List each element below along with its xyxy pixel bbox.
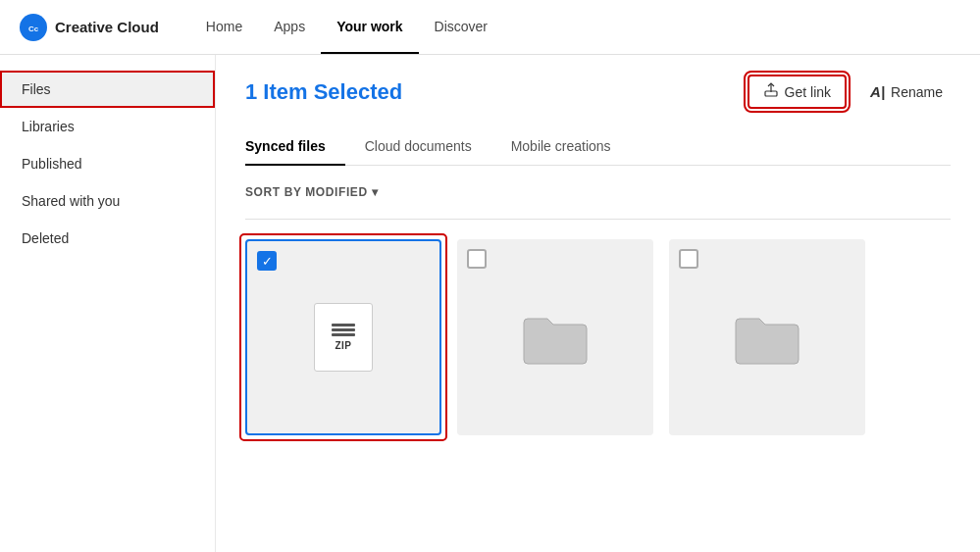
file-card-wrapper-3 xyxy=(669,239,865,435)
file-checkbox-1[interactable]: ✓ xyxy=(257,251,277,271)
rename-label: Rename xyxy=(891,84,943,100)
zip-line-1 xyxy=(332,324,355,326)
brand: Cc Creative Cloud xyxy=(20,14,159,41)
file-checkbox-2[interactable] xyxy=(467,249,487,269)
sidebar: Files Libraries Published Shared with yo… xyxy=(0,55,216,552)
top-nav: Cc Creative Cloud Home Apps Your work Di… xyxy=(0,0,980,55)
file-checkbox-3[interactable] xyxy=(679,249,698,269)
zip-box: ZIP xyxy=(314,303,373,372)
selection-title: 1 Item Selected xyxy=(245,79,402,105)
sidebar-item-files[interactable]: Files xyxy=(0,71,215,108)
layout: Files Libraries Published Shared with yo… xyxy=(0,55,980,552)
tab-synced-files[interactable]: Synced files xyxy=(245,128,345,166)
sidebar-item-shared[interactable]: Shared with you xyxy=(0,182,215,220)
main-header: 1 Item Selected Get link A| Rename xyxy=(245,75,951,109)
header-actions: Get link A| Rename xyxy=(748,75,951,109)
zip-line-2 xyxy=(332,328,355,331)
sort-label-text: SORT BY MODIFIED xyxy=(245,185,368,199)
nav-item-your-work[interactable]: Your work xyxy=(321,0,418,54)
nav-item-home[interactable]: Home xyxy=(190,0,258,54)
brand-name: Creative Cloud xyxy=(55,19,159,35)
sidebar-item-deleted[interactable]: Deleted xyxy=(0,220,215,257)
zip-label: ZIP xyxy=(335,340,351,351)
zip-file-icon: ZIP xyxy=(314,303,373,372)
folder-icon-2 xyxy=(728,303,806,372)
tab-cloud-documents[interactable]: Cloud documents xyxy=(365,128,491,166)
files-grid: ✓ ZIP xyxy=(245,239,951,435)
nav-items: Home Apps Your work Discover xyxy=(190,0,503,54)
folder-icon-1 xyxy=(516,303,594,372)
get-link-label: Get link xyxy=(785,84,831,100)
rename-icon: A| xyxy=(870,83,885,100)
sort-row: SORT BY MODIFIED ▾ xyxy=(245,185,951,199)
creative-cloud-logo: Cc xyxy=(20,14,47,41)
sidebar-item-published[interactable]: Published xyxy=(0,145,215,182)
get-link-button[interactable]: Get link xyxy=(748,75,847,109)
zip-line-3 xyxy=(332,333,355,336)
zip-lines xyxy=(332,324,355,336)
tabs: Synced files Cloud documents Mobile crea… xyxy=(245,128,951,166)
svg-text:Cc: Cc xyxy=(28,25,39,33)
file-card-zip[interactable]: ✓ ZIP xyxy=(245,239,441,435)
sort-button[interactable]: SORT BY MODIFIED ▾ xyxy=(245,185,378,199)
rename-button[interactable]: A| Rename xyxy=(862,77,951,106)
get-link-icon xyxy=(763,82,779,101)
file-card-wrapper-2 xyxy=(457,239,653,435)
sort-chevron-icon: ▾ xyxy=(372,185,379,199)
tab-mobile-creations[interactable]: Mobile creations xyxy=(511,128,631,166)
file-card-folder-2[interactable] xyxy=(669,239,865,435)
nav-item-apps[interactable]: Apps xyxy=(258,0,321,54)
nav-item-discover[interactable]: Discover xyxy=(419,0,503,54)
file-card-wrapper-1: ✓ ZIP xyxy=(245,239,441,435)
file-card-folder-1[interactable] xyxy=(457,239,653,435)
sort-divider xyxy=(245,219,951,220)
main-content: 1 Item Selected Get link A| Rename xyxy=(216,55,980,552)
sidebar-item-libraries[interactable]: Libraries xyxy=(0,108,215,145)
